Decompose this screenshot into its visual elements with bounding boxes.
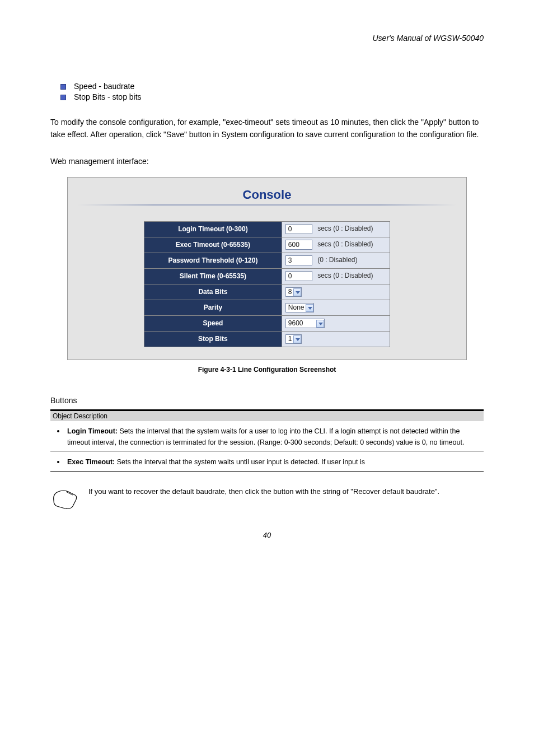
row-data-bits: Data Bits 8 <box>144 284 390 300</box>
row-parity: Parity None <box>144 300 390 315</box>
chevron-down-icon <box>316 320 324 328</box>
page-number: 40 <box>50 531 484 539</box>
data-bits-select[interactable]: 8 <box>285 287 302 297</box>
button-desc-exec-timeout: Exec Timeout: Sets the interval that the… <box>50 452 484 471</box>
stop-bits-select[interactable]: 1 <box>285 334 302 344</box>
speed-label: Speed <box>144 315 282 331</box>
tip-block: If you want to recover the default baudr… <box>50 484 484 512</box>
silent-time-suffix: secs (0 : Disabled) <box>317 272 373 279</box>
console-config-table: Login Timeout (0-300) 0 secs (0 : Disabl… <box>144 221 390 347</box>
data-bits-label: Data Bits <box>144 284 282 300</box>
pw-threshold-input[interactable]: 3 <box>285 255 312 265</box>
row-login-timeout: Login Timeout (0-300) 0 secs (0 : Disabl… <box>144 221 390 237</box>
pw-threshold-label: Password Threshold (0-120) <box>144 253 282 268</box>
bullet-stopbits: Stop Bits - stop bits <box>60 92 484 101</box>
row-password-threshold: Password Threshold (0-120) 3 (0 : Disabl… <box>144 253 390 268</box>
buttons-header-row: Object Description <box>50 411 484 421</box>
buttons-heading: Buttons <box>50 396 484 405</box>
exec-timeout-suffix: secs (0 : Disabled) <box>317 240 373 248</box>
row-silent-time: Silent Time (0-65535) 0 secs (0 : Disabl… <box>144 268 390 284</box>
parity-select[interactable]: None <box>285 303 314 312</box>
pw-threshold-suffix: (0 : Disabled) <box>317 256 357 264</box>
stop-bits-label: Stop Bits <box>144 331 282 347</box>
login-timeout-input[interactable]: 0 <box>285 224 312 234</box>
bullet-stopbits-text: Stop Bits - stop bits <box>74 92 484 101</box>
manual-title: User's Manual of WGSW-50040 <box>50 34 484 43</box>
btn-item-body-text: Sets the interval that the system waits … <box>67 427 464 446</box>
button-desc-login-timeout: Login Timeout: Sets the interval that th… <box>50 421 484 452</box>
pointing-hand-icon <box>50 484 78 512</box>
row-exec-timeout: Exec Timeout (0-65535) 600 secs (0 : Dis… <box>144 237 390 253</box>
speed-select[interactable]: 9600 <box>285 319 325 328</box>
console-panel-figure: Console Login Timeout (0-300) 0 secs (0 … <box>67 177 467 360</box>
chevron-down-icon <box>306 304 313 312</box>
chevron-down-icon <box>293 335 301 343</box>
disc-bullet-icon <box>57 430 59 432</box>
disc-bullet-icon <box>57 461 59 463</box>
bullet-speed: Speed - baudrate <box>60 82 484 91</box>
login-timeout-suffix: secs (0 : Disabled) <box>317 225 373 232</box>
exec-timeout-label: Exec Timeout (0-65535) <box>144 237 282 253</box>
btn-item-body-text: Sets the interval that the system waits … <box>117 458 365 466</box>
login-timeout-label: Login Timeout (0-300) <box>144 221 282 237</box>
btn-item-lead: Login Timeout: <box>67 427 118 435</box>
intro-paragraph: To modify the console configuration, for… <box>50 116 484 141</box>
panel-title: Console <box>78 188 456 202</box>
square-bullet-icon <box>60 95 66 100</box>
silent-time-label: Silent Time (0-65535) <box>144 268 282 284</box>
tip-text: If you want to recover the default baudr… <box>88 486 484 498</box>
silent-time-input[interactable]: 0 <box>285 271 312 281</box>
row-stop-bits: Stop Bits 1 <box>144 331 390 347</box>
panel-rule <box>78 204 456 206</box>
buttons-description-box: Object Description Login Timeout: Sets t… <box>50 409 484 472</box>
web-interface-line: Web management interface: <box>50 157 484 166</box>
row-speed: Speed 9600 <box>144 315 390 331</box>
parity-label: Parity <box>144 300 282 315</box>
chevron-down-icon <box>293 288 301 296</box>
exec-timeout-input[interactable]: 600 <box>285 240 312 250</box>
square-bullet-icon <box>60 84 66 90</box>
btn-item-lead: Exec Timeout: <box>67 458 115 466</box>
figure-caption: Figure 4-3-1 Line Configuration Screensh… <box>50 366 484 374</box>
bullet-speed-text: Speed - baudrate <box>74 82 484 91</box>
